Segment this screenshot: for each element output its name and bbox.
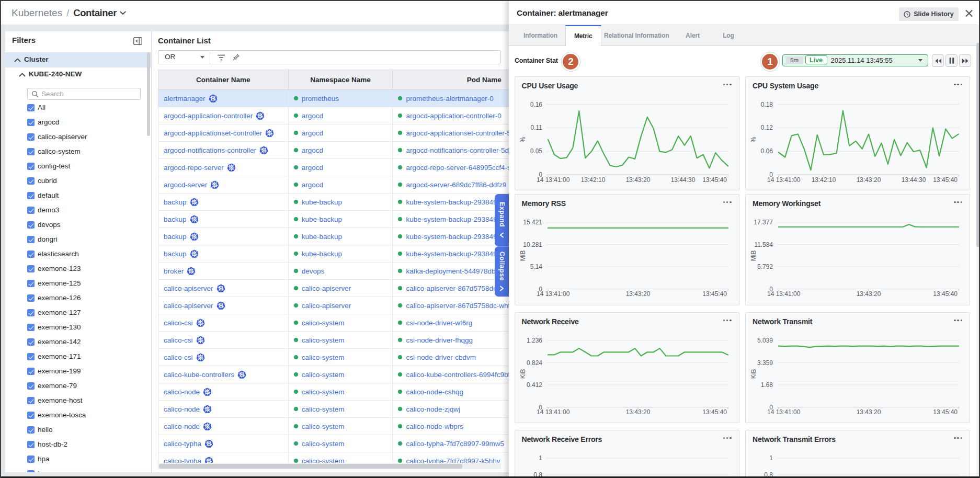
svg-text:13:43:20: 13:43:20 xyxy=(625,290,650,298)
svg-text:14 13:41:00: 14 13:41:00 xyxy=(537,290,570,298)
svg-text:14 13:41:00: 14 13:41:00 xyxy=(767,176,801,184)
svg-text:13:42:10: 13:42:10 xyxy=(812,176,836,184)
svg-text:KiB: KiB xyxy=(750,369,757,379)
svg-text:1.68: 1.68 xyxy=(761,381,773,389)
svg-text:0.11: 0.11 xyxy=(530,124,542,131)
svg-text:15.421: 15.421 xyxy=(523,219,542,226)
svg-text:0.18: 0.18 xyxy=(761,101,773,108)
svg-text:1: 1 xyxy=(539,454,542,461)
svg-text:1: 1 xyxy=(769,454,773,461)
svg-text:0.05: 0.05 xyxy=(530,147,542,155)
svg-text:0.16: 0.16 xyxy=(530,101,542,108)
svg-text:5.792: 5.792 xyxy=(757,263,773,270)
svg-text:%: % xyxy=(519,136,527,142)
svg-text:13:43:20: 13:43:20 xyxy=(857,408,881,416)
svg-text:13:45:40: 13:45:40 xyxy=(933,176,958,184)
svg-text:13:44:30: 13:44:30 xyxy=(670,176,695,184)
svg-text:14 13:41:00: 14 13:41:00 xyxy=(767,408,801,416)
svg-text:%: % xyxy=(750,136,757,142)
svg-text:5.039: 5.039 xyxy=(757,337,773,344)
svg-text:13:45:40: 13:45:40 xyxy=(702,176,727,184)
svg-text:0.12: 0.12 xyxy=(761,124,773,131)
svg-text:KiB: KiB xyxy=(519,369,527,379)
svg-text:5.14: 5.14 xyxy=(530,263,542,270)
svg-text:11.584: 11.584 xyxy=(754,241,773,248)
svg-text:17.377: 17.377 xyxy=(754,219,773,226)
svg-text:10.281: 10.281 xyxy=(523,241,542,248)
svg-text:3.359: 3.359 xyxy=(757,359,773,366)
svg-text:13:43:20: 13:43:20 xyxy=(857,290,881,298)
svg-text:13:43:20: 13:43:20 xyxy=(625,408,650,416)
svg-text:13:43:20: 13:43:20 xyxy=(857,176,881,184)
svg-text:0.06: 0.06 xyxy=(761,147,773,155)
svg-text:0.824: 0.824 xyxy=(526,359,542,366)
svg-text:14 13:41:00: 14 13:41:00 xyxy=(767,290,801,298)
svg-text:13:45:40: 13:45:40 xyxy=(933,290,958,298)
svg-text:14 13:41:00: 14 13:41:00 xyxy=(537,176,570,184)
svg-text:1.236: 1.236 xyxy=(526,337,542,344)
svg-text:14 13:41:00: 14 13:41:00 xyxy=(537,408,570,416)
svg-text:13:42:10: 13:42:10 xyxy=(580,176,605,184)
svg-text:13:45:40: 13:45:40 xyxy=(702,408,727,416)
svg-text:MiB: MiB xyxy=(519,250,527,261)
svg-text:13:45:40: 13:45:40 xyxy=(933,408,958,416)
svg-text:13:44:30: 13:44:30 xyxy=(902,176,926,184)
svg-text:MiB: MiB xyxy=(750,250,757,261)
svg-text:0.412: 0.412 xyxy=(526,381,542,389)
svg-text:13:45:40: 13:45:40 xyxy=(702,290,727,298)
svg-text:13:43:20: 13:43:20 xyxy=(625,176,650,184)
